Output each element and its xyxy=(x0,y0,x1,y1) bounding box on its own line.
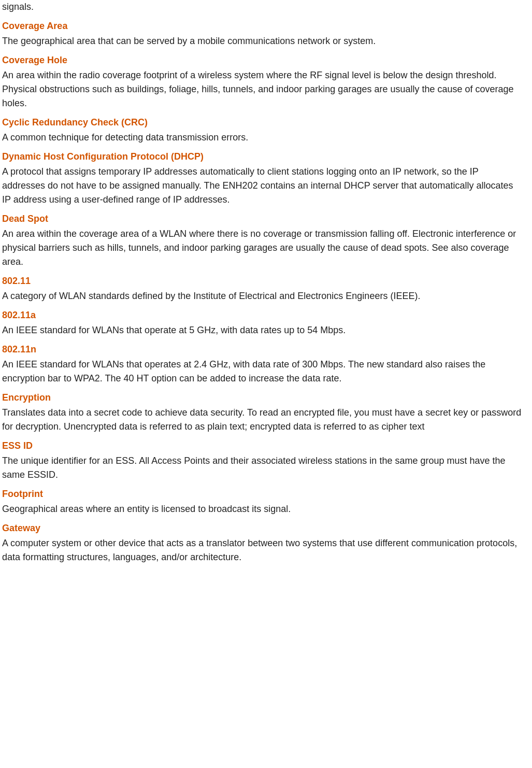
glossary-entries: Coverage AreaThe geographical area that … xyxy=(2,19,523,564)
def-dead-spot: An area within the coverage area of a WL… xyxy=(2,227,523,269)
term-80211: 802.11 xyxy=(2,274,523,288)
term-coverage-area: Coverage Area xyxy=(2,19,523,33)
term-coverage-hole: Coverage Hole xyxy=(2,53,523,67)
term-crc: Cyclic Redundancy Check (CRC) xyxy=(2,116,523,130)
def-encryption: Translates data into a secret code to ac… xyxy=(2,406,523,434)
def-80211a: An IEEE standard for WLANs that operate … xyxy=(2,323,523,337)
def-dhcp: A protocol that assigns temporary IP add… xyxy=(2,165,523,207)
def-80211: A category of WLAN standards defined by … xyxy=(2,289,523,303)
term-dhcp: Dynamic Host Configuration Protocol (DHC… xyxy=(2,150,523,164)
term-encryption: Encryption xyxy=(2,391,523,405)
term-dead-spot: Dead Spot xyxy=(2,212,523,226)
def-coverage-area: The geographical area that can be served… xyxy=(2,34,523,48)
term-footprint: Footprint xyxy=(2,487,523,501)
def-crc: A common technique for detecting data tr… xyxy=(2,131,523,145)
def-gateway: A computer system or other device that a… xyxy=(2,536,523,564)
term-80211a: 802.11a xyxy=(2,308,523,322)
def-coverage-hole: An area within the radio coverage footpr… xyxy=(2,68,523,110)
def-ess-id: The unique identifier for an ESS. All Ac… xyxy=(2,454,523,482)
def-footprint: Geographical areas where an entity is li… xyxy=(2,502,523,516)
term-80211n: 802.11n xyxy=(2,343,523,357)
term-gateway: Gateway xyxy=(2,521,523,535)
term-ess-id: ESS ID xyxy=(2,439,523,453)
intro-text: signals. xyxy=(2,0,523,14)
def-80211n: An IEEE standard for WLANs that operates… xyxy=(2,358,523,386)
